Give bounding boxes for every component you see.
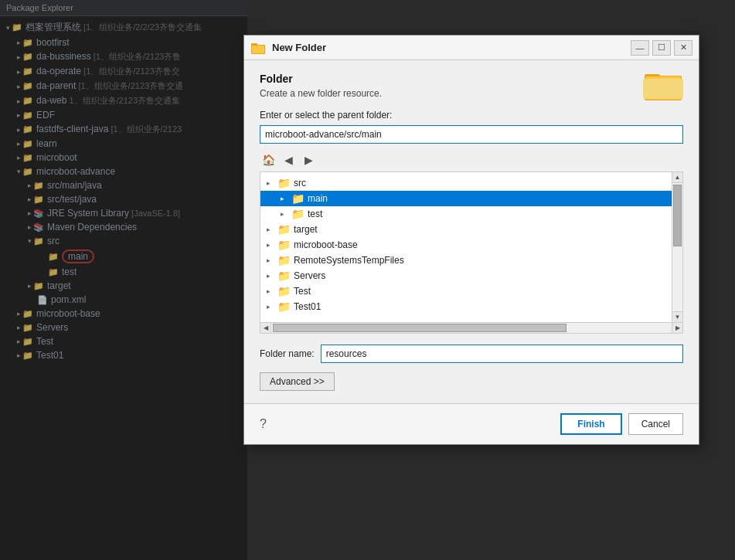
folder-icon: 📁 <box>291 192 305 205</box>
svg-rect-6 <box>643 79 683 99</box>
new-folder-dialog: New Folder — ☐ ✕ Folder Create a new fol… <box>243 35 699 445</box>
folder-tree-item[interactable]: ▸📁target <box>260 222 672 237</box>
scroll-down-button[interactable]: ▼ <box>672 311 683 322</box>
bottom-scrollbar: ◀ ▶ <box>260 322 682 333</box>
parent-folder-input[interactable] <box>260 125 683 144</box>
folder-tree-item[interactable]: ▸📁Test01 <box>260 299 672 314</box>
dialog-controls: — ☐ ✕ <box>631 40 692 56</box>
dialog-title-left: New Folder <box>250 40 326 56</box>
folder-title-icon <box>250 40 266 56</box>
maximize-button[interactable]: ☐ <box>652 40 671 56</box>
expand-icon: ▸ <box>267 226 277 233</box>
svg-rect-2 <box>252 46 264 53</box>
expand-icon: ▸ <box>267 272 277 280</box>
bottom-scrollbar-area <box>271 323 672 333</box>
expand-icon: ▸ <box>267 179 277 187</box>
folder-name-label: Folder name: <box>260 348 315 359</box>
folder-tree-item[interactable]: ▸📁src <box>260 175 672 191</box>
folder-icon: 📁 <box>277 270 291 282</box>
scroll-right-button[interactable]: ▶ <box>672 323 682 334</box>
close-button[interactable]: ✕ <box>674 40 692 56</box>
forward-toolbar-button[interactable]: ▶ <box>300 151 317 168</box>
folder-name-row: Folder name: <box>260 344 683 363</box>
folder-icon: 📁 <box>277 223 291 236</box>
dialog-body: Folder Create a new folder resource. Ent… <box>244 60 699 403</box>
scroll-left-button[interactable]: ◀ <box>260 323 271 334</box>
folder-label: test <box>308 209 322 219</box>
dialog-section-desc: Create a new folder resource. <box>260 88 683 99</box>
folder-icon: 📁 <box>277 285 291 297</box>
bottom-scrollbar-thumb <box>273 324 567 332</box>
scrollbar-thumb <box>673 185 682 246</box>
folder-icon: 📁 <box>291 208 305 220</box>
folder-icon: 📁 <box>277 177 291 189</box>
folder-label: microboot-base <box>294 239 358 250</box>
expand-icon: ▸ <box>281 210 291 218</box>
folder-tree-item[interactable]: ▸📁test <box>260 206 672 222</box>
minimize-button[interactable]: — <box>631 40 649 56</box>
folder-icon-large <box>643 68 683 104</box>
tree-toolbar: 🏠 ◀ ▶ <box>260 151 683 168</box>
folder-tree-item[interactable]: ▸📁Test <box>260 283 672 299</box>
scrollbar-thumb-area <box>672 183 682 311</box>
parent-folder-label: Enter or select the parent folder: <box>260 110 683 120</box>
expand-icon: ▸ <box>267 303 277 311</box>
folder-label: RemoteSystemsTempFiles <box>294 255 404 266</box>
folder-icon: 📁 <box>277 254 291 266</box>
folder-tree-item[interactable]: ▸📁Servers <box>260 268 672 283</box>
dialog-section-title: Folder <box>260 73 683 85</box>
dialog-titlebar: New Folder — ☐ ✕ <box>244 36 699 60</box>
advanced-button[interactable]: Advanced >> <box>260 372 335 391</box>
tree-panel-body: ▸📁src▸📁main▸📁test▸📁target▸📁microboot-bas… <box>260 172 682 322</box>
folder-label: target <box>294 224 318 235</box>
folder-label: Servers <box>294 270 325 281</box>
expand-icon: ▸ <box>281 195 291 202</box>
scroll-up-button[interactable]: ▲ <box>672 172 683 183</box>
folder-tree-item[interactable]: ▸📁RemoteSystemsTempFiles <box>260 253 672 268</box>
folder-icon: 📁 <box>277 239 291 251</box>
folder-label: src <box>294 178 306 188</box>
footer-buttons: Finish Cancel <box>560 413 683 435</box>
folder-tree-content: ▸📁src▸📁main▸📁test▸📁target▸📁microboot-bas… <box>260 172 672 322</box>
expand-icon: ▸ <box>267 241 277 249</box>
folder-label: Test <box>294 286 311 297</box>
help-icon[interactable]: ? <box>260 417 267 431</box>
folder-tree-item[interactable]: ▸📁microboot-base <box>260 237 672 253</box>
expand-icon: ▸ <box>267 287 277 295</box>
back-toolbar-button[interactable]: ◀ <box>280 151 297 168</box>
cancel-button[interactable]: Cancel <box>628 413 683 435</box>
folder-tree-item[interactable]: ▸📁main <box>260 191 672 206</box>
folder-label: Test01 <box>294 301 321 312</box>
folder-name-input[interactable] <box>321 344 683 363</box>
folder-tree-panel: ▸📁src▸📁main▸📁test▸📁target▸📁microboot-bas… <box>260 171 683 334</box>
dialog-title-text: New Folder <box>272 42 326 53</box>
dialog-footer: ? Finish Cancel <box>244 403 699 444</box>
finish-button[interactable]: Finish <box>560 413 621 435</box>
expand-icon: ▸ <box>267 256 277 264</box>
right-scrollbar: ▲ ▼ <box>672 172 682 322</box>
folder-label: main <box>308 193 328 204</box>
folder-icon: 📁 <box>277 300 291 313</box>
home-toolbar-button[interactable]: 🏠 <box>260 151 277 168</box>
